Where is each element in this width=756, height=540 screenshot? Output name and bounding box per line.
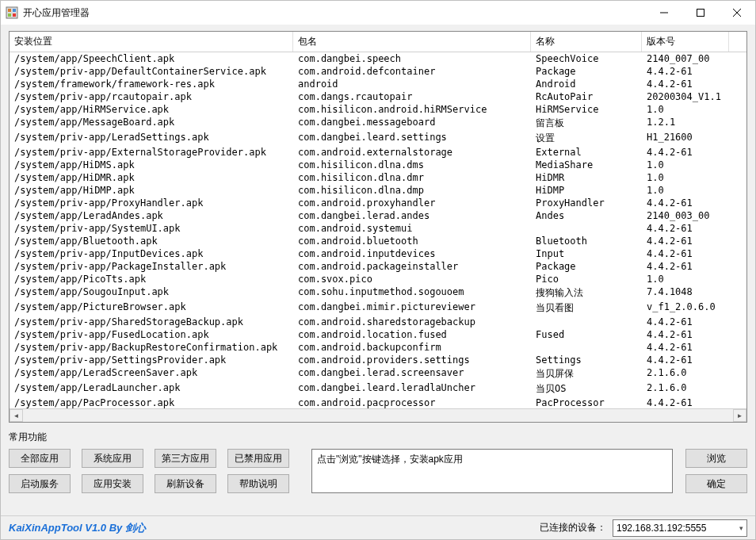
table-row[interactable]: /system/priv-app/DefaultContainerService… bbox=[10, 65, 746, 78]
close-button[interactable] bbox=[719, 1, 755, 25]
table-row[interactable]: /system/priv-app/SettingsProvider.apkcom… bbox=[10, 354, 746, 366]
table-cell: 搜狗输入法 bbox=[531, 285, 642, 301]
system-apps-button[interactable]: 系统应用 bbox=[82, 449, 143, 468]
table-row[interactable]: /system/app/HiDMR.apkcom.hisilicon.dlna.… bbox=[10, 171, 746, 184]
table-cell: /system/app/SougouInput.apk bbox=[10, 285, 293, 301]
refresh-device-button[interactable]: 刷新设备 bbox=[155, 474, 216, 493]
table-cell: 1.2.1 bbox=[642, 116, 729, 131]
table-row[interactable]: /system/priv-app/SystemUI.apkcom.android… bbox=[10, 222, 746, 235]
table-cell: android bbox=[293, 78, 531, 90]
table-row[interactable]: /system/app/HiRMService.apkcom.hisilicon… bbox=[10, 103, 746, 116]
table-cell: 1.0 bbox=[642, 184, 729, 197]
start-service-button[interactable]: 启动服务 bbox=[9, 474, 71, 493]
table-cell: com.android.pacprocessor bbox=[293, 396, 531, 408]
table-cell: /system/app/HiRMService.apk bbox=[10, 103, 293, 116]
table-cell: /system/app/HiDMR.apk bbox=[10, 171, 293, 184]
table-cell: 当贝屏保 bbox=[531, 366, 642, 381]
table-row[interactable]: /system/framework/framework-res.apkandro… bbox=[10, 78, 746, 90]
table-cell: /system/priv-app/ProxyHandler.apk bbox=[10, 197, 293, 209]
table-cell: H1_21600 bbox=[642, 131, 729, 146]
table-cell: External bbox=[531, 146, 642, 159]
table-row[interactable]: /system/priv-app/rcautopair.apkcom.dangs… bbox=[10, 90, 746, 103]
confirm-button[interactable]: 确定 bbox=[685, 474, 747, 493]
scroll-right-icon[interactable]: ► bbox=[733, 409, 746, 422]
table-cell: com.android.location.fused bbox=[293, 328, 531, 341]
svg-rect-2 bbox=[13, 9, 16, 12]
table-cell: com.android.providers.settings bbox=[293, 354, 531, 366]
device-combo[interactable]: 192.168.31.192:5555 ▾ bbox=[613, 519, 747, 537]
table-cell: Android bbox=[531, 78, 642, 90]
table-cell: com.hisilicon.dlna.dmr bbox=[293, 171, 531, 184]
table-cell: SpeechVoice bbox=[531, 52, 642, 65]
table-row[interactable]: /system/app/SougouInput.apkcom.sohu.inpu… bbox=[10, 285, 746, 301]
col-package[interactable]: 包名 bbox=[293, 32, 531, 52]
apk-path-input[interactable] bbox=[311, 449, 673, 493]
table-cell: 2140_003_00 bbox=[642, 209, 729, 222]
table-cell: PacProcessor bbox=[531, 396, 642, 408]
horizontal-scrollbar[interactable]: ◄ ► bbox=[10, 408, 746, 422]
table-cell: com.android.proxyhandler bbox=[293, 197, 531, 209]
table-cell: /system/priv-app/DefaultContainerService… bbox=[10, 65, 293, 78]
table-cell: /system/priv-app/FusedLocation.apk bbox=[10, 328, 293, 341]
table-cell: 7.4.1048 bbox=[642, 285, 729, 301]
table-cell: /system/priv-app/rcautopair.apk bbox=[10, 90, 293, 103]
help-button[interactable]: 帮助说明 bbox=[227, 474, 289, 493]
table-row[interactable]: /system/app/PictureBrowser.apkcom.dangbe… bbox=[10, 301, 746, 316]
svg-rect-1 bbox=[8, 9, 11, 12]
table-cell: /system/priv-app/SystemUI.apk bbox=[10, 222, 293, 235]
table-cell: /system/priv-app/InputDevices.apk bbox=[10, 247, 293, 260]
table-cell: com.android.packageinstaller bbox=[293, 260, 531, 273]
table-row[interactable]: /system/priv-app/FusedLocation.apkcom.an… bbox=[10, 328, 746, 341]
table-cell: 当贝看图 bbox=[531, 301, 642, 316]
table-row[interactable]: /system/priv-app/LeradSettings.apkcom.da… bbox=[10, 131, 746, 146]
minimize-button[interactable] bbox=[646, 1, 682, 25]
app-icon bbox=[6, 6, 18, 19]
table-cell: /system/app/Bluetooth.apk bbox=[10, 235, 293, 247]
disabled-apps-button[interactable]: 已禁用应用 bbox=[227, 449, 289, 468]
table-cell: /system/framework/framework-res.apk bbox=[10, 78, 293, 90]
table-row[interactable]: /system/app/LeradLauncher.apkcom.dangbei… bbox=[10, 381, 746, 396]
maximize-button[interactable] bbox=[682, 1, 719, 25]
table-row[interactable]: /system/app/HiDMP.apkcom.hisilicon.dlna.… bbox=[10, 184, 746, 197]
table-cell: com.sohu.inputmethod.sogouoem bbox=[293, 285, 531, 301]
table-row[interactable]: /system/priv-app/PackageInstaller.apkcom… bbox=[10, 260, 746, 273]
table-row[interactable]: /system/app/SpeechClient.apkcom.dangbei.… bbox=[10, 52, 746, 65]
table-header: 安装位置 包名 名称 版本号 bbox=[10, 32, 746, 52]
browse-button[interactable]: 浏览 bbox=[685, 449, 747, 468]
table-cell: /system/app/PacProcessor.apk bbox=[10, 396, 293, 408]
table-row[interactable]: /system/priv-app/InputDevices.apkcom.and… bbox=[10, 247, 746, 260]
table-row[interactable]: /system/app/PicoTts.apkcom.svox.picoPico… bbox=[10, 273, 746, 285]
col-version[interactable]: 版本号 bbox=[642, 32, 729, 52]
svg-rect-3 bbox=[8, 13, 11, 17]
scroll-left-icon[interactable]: ◄ bbox=[10, 409, 23, 422]
table-cell: com.android.defcontainer bbox=[293, 65, 531, 78]
brand-label: KaiXinAppTool V1.0 By 剑心 bbox=[9, 521, 146, 535]
table-row[interactable]: /system/app/PacProcessor.apkcom.android.… bbox=[10, 396, 746, 408]
table-row[interactable]: /system/priv-app/SharedStorageBackup.apk… bbox=[10, 316, 746, 328]
table-row[interactable]: /system/priv-app/ExternalStorageProvider… bbox=[10, 146, 746, 159]
col-install-path[interactable]: 安装位置 bbox=[10, 32, 293, 52]
table-cell: /system/app/MessageBoard.apk bbox=[10, 116, 293, 131]
svg-rect-4 bbox=[13, 13, 16, 17]
table-row[interactable]: /system/app/Bluetooth.apkcom.android.blu… bbox=[10, 235, 746, 247]
table-cell: Input bbox=[531, 247, 642, 260]
table-cell: com.dangbei.speech bbox=[293, 52, 531, 65]
main-content: 安装位置 包名 名称 版本号 /system/app/SpeechClient.… bbox=[1, 25, 755, 515]
table-cell: com.dangbei.mimir.pictureviewer bbox=[293, 301, 531, 316]
table-row[interactable]: /system/app/LeradAndes.apkcom.dangbei.le… bbox=[10, 209, 746, 222]
table-cell: /system/app/HiDMP.apk bbox=[10, 184, 293, 197]
table-row[interactable]: /system/app/HiDMS.apkcom.hisilicon.dlna.… bbox=[10, 159, 746, 171]
table-row[interactable]: /system/priv-app/ProxyHandler.apkcom.and… bbox=[10, 197, 746, 209]
table-row[interactable]: /system/app/LeradScreenSaver.apkcom.dang… bbox=[10, 366, 746, 381]
table-row[interactable]: /system/priv-app/BackupRestoreConfirmati… bbox=[10, 341, 746, 354]
install-app-button[interactable]: 应用安装 bbox=[82, 474, 143, 493]
all-apps-button[interactable]: 全部应用 bbox=[9, 449, 71, 468]
table-row[interactable]: /system/app/MessageBoard.apkcom.dangbei.… bbox=[10, 116, 746, 131]
col-name[interactable]: 名称 bbox=[531, 32, 642, 52]
table-cell: 4.4.2-61 bbox=[642, 247, 729, 260]
table-body[interactable]: /system/app/SpeechClient.apkcom.dangbei.… bbox=[10, 52, 746, 408]
table-cell: 4.4.2-61 bbox=[642, 65, 729, 78]
table-cell: com.android.sharedstoragebackup bbox=[293, 316, 531, 328]
third-party-button[interactable]: 第三方应用 bbox=[155, 449, 216, 468]
table-cell: /system/app/LeradAndes.apk bbox=[10, 209, 293, 222]
